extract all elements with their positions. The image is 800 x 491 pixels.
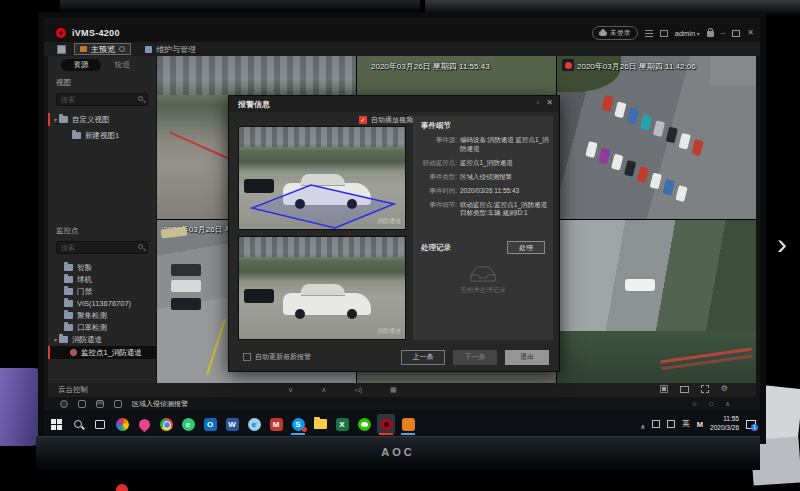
close-icon[interactable] <box>546 98 553 107</box>
skype-app-icon[interactable]: S <box>288 413 308 435</box>
tree-item-custom-view[interactable]: 自定义视图 <box>48 113 156 126</box>
camera-watermark: 消防通道 <box>377 217 401 226</box>
tree-item-selected-camera[interactable]: 监控点1_消防通道 <box>48 346 156 359</box>
video-tile-street-suv[interactable] <box>557 220 756 383</box>
tab-main-preview[interactable]: 主预览 <box>74 43 131 55</box>
restore-button[interactable] <box>732 30 740 37</box>
list-icon[interactable] <box>645 30 653 37</box>
red-railing <box>660 348 752 364</box>
tab-maintenance[interactable]: 维护与管理 <box>145 44 196 55</box>
clock-time: 11:55 <box>710 415 739 424</box>
user-menu[interactable]: admin <box>675 29 700 38</box>
mail-m-app-icon[interactable]: M <box>266 413 286 435</box>
exit-button[interactable]: 退出 <box>505 350 549 365</box>
expand-icon[interactable]: ∧ <box>321 386 326 394</box>
orange-app-icon[interactable] <box>398 413 418 435</box>
view-search-input[interactable] <box>56 93 148 106</box>
word-app-icon[interactable]: W <box>222 413 242 435</box>
tab-maintenance-label: 维护与管理 <box>156 44 196 55</box>
video-tile-parking-aerial[interactable]: 2020年03月26日 星期四 11:42:06 <box>557 56 756 219</box>
task-view-button[interactable] <box>90 413 110 435</box>
search-icon <box>74 420 82 428</box>
chevron-down-icon[interactable] <box>54 336 57 343</box>
picture-icon[interactable] <box>660 30 668 37</box>
tree-item-label: VIS(113676707) <box>77 299 131 308</box>
trash-icon[interactable] <box>78 400 86 408</box>
ime-indicator[interactable]: 英 <box>682 419 690 429</box>
star-icon[interactable]: ☆ <box>691 400 697 408</box>
white-sedan <box>283 293 371 315</box>
chevron-down-icon[interactable] <box>54 116 57 123</box>
search-icon <box>138 244 143 249</box>
monitor-icon[interactable] <box>680 386 689 393</box>
tree-item-label: 消防通道 <box>72 335 102 345</box>
tree-item-label: 监控点1_消防通道 <box>81 348 142 358</box>
excel-app-icon[interactable]: X <box>332 413 352 435</box>
file-explorer-icon[interactable] <box>310 413 330 435</box>
alarm-video-live[interactable]: 消防通道 <box>238 236 406 340</box>
folder-icon <box>59 116 68 123</box>
detail-row: 联动监控点:监控点1_消防通道 <box>416 159 550 168</box>
collapse-icon[interactable]: ∨ <box>288 386 293 394</box>
chrome-app-icon[interactable] <box>156 413 176 435</box>
sidebar-tab-resource[interactable]: 资源 <box>61 59 101 71</box>
sidebar-tab-patrol[interactable]: 轮巡 <box>115 60 130 70</box>
active-app-underline <box>379 433 393 435</box>
tree-item-new-view[interactable]: 新建视图1 <box>48 129 156 142</box>
next-arrow-overlay[interactable] <box>768 226 796 264</box>
control-panel-icon[interactable] <box>57 45 66 54</box>
alarm-bell-icon[interactable] <box>60 400 68 408</box>
speaker-icon[interactable] <box>114 400 122 408</box>
autoplay-checkbox-row[interactable]: 自动播放视频 <box>359 115 413 125</box>
chevron-up-icon[interactable]: ∧ <box>725 400 730 408</box>
tab-close-icon[interactable] <box>119 46 125 52</box>
calendar-icon[interactable]: ▦ <box>390 386 397 394</box>
mail-icon[interactable] <box>96 400 104 408</box>
green-browser-app-icon[interactable]: e <box>178 413 198 435</box>
tray-m-icon[interactable]: M <box>697 420 703 429</box>
handle-button[interactable]: 处理 <box>507 241 545 254</box>
login-status-button[interactable]: 未登录 <box>592 26 638 40</box>
gear-icon[interactable] <box>721 385 728 393</box>
checkbox-unchecked[interactable] <box>243 353 251 361</box>
tree-item-fire-lane[interactable]: 消防通道 <box>48 333 156 346</box>
pink-app-icon[interactable] <box>134 413 154 435</box>
close-button[interactable] <box>747 29 754 37</box>
lock-icon[interactable] <box>707 31 714 37</box>
tray-icon[interactable] <box>652 420 660 428</box>
detail-row: 事件源:编码设备:消防通道 监控点1_消防通道 <box>416 136 550 154</box>
layout-grid-icon[interactable] <box>660 385 668 393</box>
action-center-icon[interactable]: 1 <box>746 420 756 429</box>
previous-button[interactable]: 上一条 <box>401 350 445 365</box>
wechat-app-icon[interactable] <box>354 413 374 435</box>
checkbox-checked[interactable] <box>359 116 367 124</box>
search-button[interactable] <box>68 413 88 435</box>
maintenance-tab-icon <box>145 46 152 53</box>
dialog-title: 报警信息 <box>238 99 270 110</box>
taskbar-clock[interactable]: 11:55 2020/3/26 <box>710 415 739 433</box>
fullscreen-icon[interactable] <box>701 385 709 393</box>
photo-of-monitor: iVMS-4200 未登录 admin 主预览 <box>0 0 800 491</box>
detail-label: 联动监控点: <box>416 159 460 168</box>
ie-app-icon[interactable]: e <box>244 413 264 435</box>
minimize-button[interactable] <box>721 29 725 37</box>
hidden-icons-chevron[interactable] <box>640 415 645 433</box>
tray-icon[interactable] <box>667 420 675 428</box>
speaker-icon[interactable]: ◅) <box>354 386 362 394</box>
start-button[interactable] <box>46 413 66 435</box>
alarm-video-capture[interactable]: 消防通道 <box>238 126 406 230</box>
detail-label: 事件时间: <box>416 187 460 196</box>
square-icon[interactable]: □ <box>709 400 713 408</box>
auto-update-checkbox-row[interactable]: 自动更新最新报警 <box>243 352 311 362</box>
ivms-app-icon[interactable] <box>376 413 396 435</box>
record-header: 处理记录 <box>421 243 451 253</box>
app-titlebar: iVMS-4200 未登录 admin <box>44 24 760 42</box>
task-view-icon <box>95 420 105 429</box>
camera-search-input[interactable] <box>56 241 148 254</box>
next-button[interactable]: 下一条 <box>453 350 497 365</box>
inbox-icon <box>470 266 496 282</box>
camera-section-label: 监控点 <box>56 226 79 236</box>
maximize-icon[interactable] <box>536 98 539 107</box>
outlook-app-icon[interactable]: O <box>200 413 220 435</box>
color-wheel-app-icon[interactable] <box>112 413 132 435</box>
